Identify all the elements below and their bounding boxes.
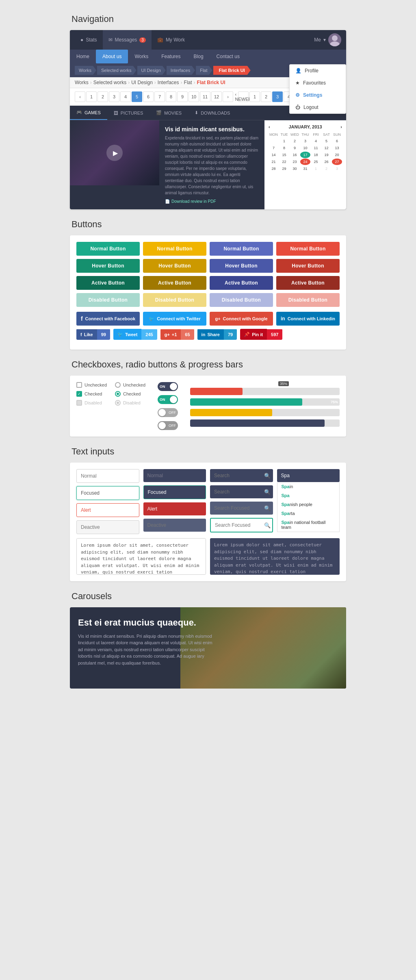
btn-green-normal[interactable]: Normal Button <box>76 242 140 256</box>
input-light-alert[interactable] <box>76 503 139 517</box>
cal-day-11[interactable]: 11 <box>311 145 321 151</box>
pager-9[interactable]: 9 <box>177 91 188 102</box>
autocomplete-input[interactable] <box>277 469 340 482</box>
bc-works[interactable]: Works <box>75 66 96 75</box>
autocomplete-sparta[interactable]: Sparta <box>277 509 340 518</box>
tab-movies[interactable]: 🎬 MOVIES <box>150 106 188 120</box>
pager-newer-2[interactable]: 2 <box>261 91 271 102</box>
btn-tweet-count[interactable]: 🐦 Tweet 245 <box>113 329 157 340</box>
bc-flat[interactable]: Flat <box>196 66 212 75</box>
cal-day-15[interactable]: 15 <box>279 152 289 158</box>
btn-google[interactable]: g+ Connect with Google <box>210 312 273 326</box>
download-link[interactable]: 📄 Download review in PDF <box>165 199 259 204</box>
navmenu-aboutus[interactable]: About us <box>96 50 128 63</box>
search-icon-focused[interactable]: 🔍 <box>264 489 271 495</box>
pager-newer-3[interactable]: 3 <box>272 91 283 102</box>
dropdown-settings[interactable]: ⚙ Settings <box>290 89 346 101</box>
toggle-off-round-switch[interactable]: OFF <box>158 421 178 430</box>
pager-12[interactable]: 12 <box>211 91 222 102</box>
cal-next-icon[interactable]: › <box>340 124 342 129</box>
bc-txt-interfaces[interactable]: Interfaces <box>158 80 179 85</box>
cal-day-10[interactable]: 10 <box>300 145 310 151</box>
cal-day-24[interactable]: 24 <box>300 159 310 165</box>
cal-day-18[interactable]: 18 <box>311 152 321 158</box>
cal-day-23[interactable]: 23 <box>290 159 300 165</box>
toggle-on-green-switch[interactable]: ON <box>158 395 178 404</box>
pager-6[interactable]: 6 <box>143 91 154 102</box>
cal-day-30[interactable]: 30 <box>290 165 300 172</box>
cal-prev-icon[interactable]: ‹ <box>269 124 270 129</box>
pager-5[interactable]: 5 <box>132 91 142 102</box>
pager-10[interactable]: 10 <box>188 91 199 102</box>
pager-next[interactable]: › <box>223 91 233 102</box>
btn-yellow-normal[interactable]: Normal Button <box>143 242 206 256</box>
input-dark-normal[interactable] <box>143 469 206 482</box>
btn-red-hover[interactable]: Hover Button <box>276 259 340 273</box>
tab-downloads[interactable]: ⬇ DOWNLOADS <box>188 106 236 120</box>
input-dark-alert[interactable] <box>143 502 206 515</box>
topbar-stats[interactable]: ● Stats <box>75 30 103 50</box>
bc-interfaces[interactable]: Interfaces <box>167 66 195 75</box>
tab-pictures[interactable]: 🖼 PICTURES <box>107 106 150 120</box>
btn-purple-hover[interactable]: Hover Button <box>210 259 273 273</box>
btn-purple-normal[interactable]: Normal Button <box>210 242 273 256</box>
cal-day-12[interactable]: 12 <box>321 145 332 151</box>
pager-11[interactable]: 11 <box>200 91 210 102</box>
navmenu-home[interactable]: Home <box>70 50 96 63</box>
btn-yellow-hover[interactable]: Hover Button <box>143 259 206 273</box>
dropdown-favourites[interactable]: ★ Favourites <box>290 77 346 89</box>
cal-day-6[interactable]: 6 <box>332 138 342 144</box>
textarea-dark[interactable] <box>210 538 340 575</box>
cal-day-3[interactable]: 3 <box>300 138 310 144</box>
cal-day-26[interactable]: 26 <box>321 159 332 165</box>
btn-red-normal[interactable]: Normal Button <box>276 242 340 256</box>
navmenu-contactus[interactable]: Contact us <box>210 50 246 63</box>
bc-txt-uidesign[interactable]: UI Design <box>131 80 153 85</box>
pager-4[interactable]: 4 <box>120 91 131 102</box>
btn-like-count[interactable]: f Like 99 <box>76 329 110 340</box>
pager-8[interactable]: 8 <box>166 91 176 102</box>
cal-day-8[interactable]: 8 <box>279 145 289 151</box>
btn-pin-count[interactable]: 📌 Pin it 597 <box>240 329 282 340</box>
checkbox-unchecked-box[interactable] <box>76 382 82 388</box>
autocomplete-spain[interactable]: Spain <box>277 482 340 491</box>
input-light-focused[interactable] <box>76 486 139 500</box>
cal-day-7[interactable]: 7 <box>269 145 279 151</box>
cal-day-9[interactable]: 9 <box>290 145 300 151</box>
pager-3[interactable]: 3 <box>109 91 119 102</box>
pager-2[interactable]: 2 <box>98 91 108 102</box>
pager-newer-1[interactable]: 1 <box>249 91 260 102</box>
bc-txt-flat[interactable]: Flat <box>184 80 192 85</box>
autocomplete-spain-football[interactable]: Spain national football team <box>277 518 340 532</box>
autocomplete-spa[interactable]: Spa <box>277 491 340 500</box>
search-green-input[interactable] <box>210 518 273 532</box>
search-icon-alert[interactable]: 🔍 <box>264 505 271 511</box>
cal-day-28[interactable]: 28 <box>269 165 279 172</box>
search-icon-green[interactable]: 🔍 <box>264 522 271 528</box>
cal-day-1[interactable]: 1 <box>279 138 289 144</box>
input-light-normal[interactable] <box>76 469 139 483</box>
bc-txt-works[interactable]: Works <box>75 80 89 85</box>
cal-day-31[interactable]: 31 <box>300 165 310 172</box>
tab-games[interactable]: 🎮 GAMES <box>70 106 107 120</box>
btn-purple-active[interactable]: Active Button <box>210 276 273 290</box>
btn-gplus-count[interactable]: g+ +1 65 <box>160 329 194 340</box>
autocomplete-spanish[interactable]: Spanish people <box>277 500 340 509</box>
pager-7[interactable]: 7 <box>154 91 165 102</box>
dropdown-profile[interactable]: 👤 Profile <box>290 65 346 77</box>
search-focused-input[interactable] <box>210 485 273 498</box>
btn-linkedin[interactable]: in Connect with Linkedin <box>276 312 340 326</box>
cal-day-14[interactable]: 14 <box>269 152 279 158</box>
cal-day-16[interactable]: 16 <box>290 152 300 158</box>
dropdown-logout[interactable]: ⏻ Logout <box>290 101 346 113</box>
radio-unchecked-btn[interactable] <box>115 382 121 388</box>
cal-day-4[interactable]: 4 <box>311 138 321 144</box>
pager-prev[interactable]: ‹ <box>75 91 85 102</box>
cal-day-19[interactable]: 19 <box>321 152 332 158</box>
cal-day-27[interactable]: 27 <box>332 159 342 165</box>
input-dark-focused[interactable] <box>143 485 206 499</box>
toggle-off-dark-switch[interactable]: OFF <box>158 408 178 417</box>
cal-day-29[interactable]: 29 <box>279 165 289 172</box>
search-normal[interactable] <box>210 469 273 482</box>
topbar-mywork[interactable]: 💼 My Work <box>152 30 191 50</box>
